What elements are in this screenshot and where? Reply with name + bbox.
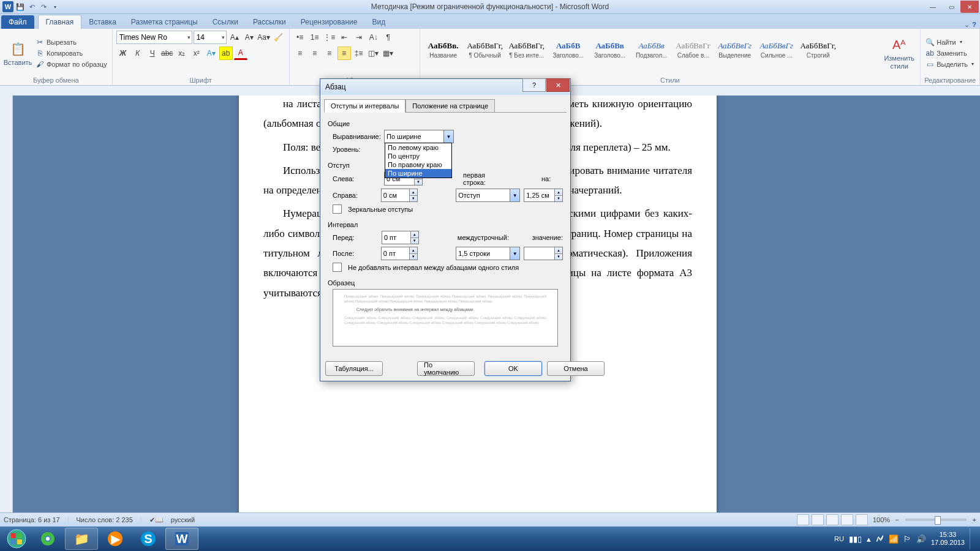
style-item[interactable]: АаБбВвГг,¶ Без инте...: [507, 32, 546, 67]
strike-button[interactable]: abc: [160, 47, 174, 60]
change-styles-button[interactable]: Aᴬ Изменить стили: [882, 31, 916, 75]
tray-volume-icon[interactable]: 🔊: [916, 534, 926, 544]
tab-home[interactable]: Главная: [38, 15, 82, 29]
copy-button[interactable]: ⎘Копировать: [34, 48, 108, 58]
status-language[interactable]: русский: [171, 516, 195, 523]
style-item[interactable]: АаБбВвГгСлабое в...: [674, 32, 713, 67]
zoom-slider[interactable]: [905, 519, 967, 521]
underline-button[interactable]: Ч: [146, 47, 159, 60]
zoom-out-button[interactable]: −: [895, 516, 899, 523]
replace-button[interactable]: abЗаменить: [924, 48, 975, 58]
view-fullscreen[interactable]: [812, 514, 824, 525]
at-spinner[interactable]: ▲▼: [524, 247, 563, 260]
numbering-button[interactable]: 1≡: [308, 31, 322, 44]
view-web[interactable]: [826, 514, 839, 525]
alignment-combo[interactable]: По ширине ▼ По левому краюПо центруПо пр…: [384, 130, 454, 143]
indent-right-spinner[interactable]: 0 см▲▼: [381, 189, 418, 202]
font-color-button[interactable]: A: [234, 47, 247, 60]
help-icon[interactable]: ?: [972, 21, 976, 29]
undo-icon[interactable]: ↶: [27, 2, 37, 12]
increase-indent-button[interactable]: ⇥: [352, 31, 366, 44]
after-spinner[interactable]: 0 пт▲▼: [381, 247, 418, 260]
tray-battery-icon[interactable]: 🗲: [876, 534, 884, 544]
tab-view[interactable]: Вид: [364, 15, 393, 29]
align-left-button[interactable]: ≡: [293, 47, 307, 60]
bullets-button[interactable]: •≡: [293, 31, 307, 44]
minimize-button[interactable]: —: [924, 1, 942, 13]
maximize-button[interactable]: ▭: [942, 1, 960, 13]
status-page[interactable]: Страница: 6 из 17: [4, 516, 60, 523]
alignment-option[interactable]: По центру: [385, 152, 451, 160]
tab-review[interactable]: Рецензирование: [293, 15, 365, 29]
spellcheck-icon[interactable]: ✔📖: [149, 516, 164, 524]
style-item[interactable]: АаБбВвЗаголово...: [590, 32, 630, 67]
paste-button[interactable]: 📋 Вставить: [4, 31, 32, 75]
qat-more-icon[interactable]: ▾: [50, 2, 60, 12]
taskbar-media[interactable]: ▶: [99, 528, 131, 549]
status-words[interactable]: Число слов: 2 235: [76, 516, 132, 523]
dialog-title-bar[interactable]: Абзац ? ✕: [320, 79, 570, 95]
ok-button[interactable]: OK: [484, 361, 542, 376]
tabs-button[interactable]: Табуляция...: [325, 361, 383, 376]
find-button[interactable]: 🔍Найти▾: [924, 37, 975, 47]
style-item[interactable]: АаБбВвГгВыделение: [715, 32, 755, 67]
style-item[interactable]: АаБбВвГг,Строгий: [799, 32, 838, 67]
tab-mailings[interactable]: Рассылки: [246, 15, 293, 29]
vertical-ruler[interactable]: [0, 96, 13, 536]
dialog-close-button[interactable]: ✕: [546, 78, 570, 92]
taskbar-explorer[interactable]: 📁: [65, 528, 98, 550]
align-justify-button[interactable]: ≡: [337, 47, 351, 60]
linespacing-combo[interactable]: 1,5 строки▼: [456, 247, 520, 260]
select-button[interactable]: ▭Выделить▾: [924, 59, 975, 69]
tray-language[interactable]: RU: [834, 535, 844, 542]
zoom-in-button[interactable]: +: [973, 516, 976, 523]
tray-clock[interactable]: 15:33 17.09.2013: [931, 531, 965, 547]
view-outline[interactable]: [841, 514, 853, 525]
superscript-button[interactable]: x²: [190, 47, 203, 60]
style-item[interactable]: АаБбВвПодзагол...: [632, 32, 671, 67]
shading-button[interactable]: ◫▾: [367, 47, 380, 60]
dialog-help-button[interactable]: ?: [522, 78, 546, 92]
clear-format-button[interactable]: 🧹: [272, 31, 285, 44]
style-item[interactable]: АаБбВв.Название: [424, 32, 463, 67]
tray-up-icon[interactable]: ▴: [867, 534, 871, 544]
format-painter-button[interactable]: 🖌Формат по образцу: [34, 59, 108, 69]
ribbon-minimize-icon[interactable]: ⌄: [964, 21, 970, 29]
italic-button[interactable]: К: [131, 47, 145, 60]
subscript-button[interactable]: x₂: [175, 47, 189, 60]
nospace-checkbox[interactable]: [333, 263, 342, 272]
tray-network-icon[interactable]: ▮▮▯: [849, 534, 862, 544]
font-name-combo[interactable]: Times New Ro: [116, 31, 192, 44]
dialog-tab-position[interactable]: Положение на странице: [405, 99, 495, 113]
view-draft[interactable]: [856, 514, 868, 525]
grow-font-button[interactable]: A▴: [228, 31, 241, 44]
alignment-option[interactable]: По ширине: [385, 169, 451, 178]
style-item[interactable]: АаБбВвГг,¶ Обычный: [466, 32, 505, 67]
status-zoom[interactable]: 100%: [873, 516, 890, 523]
alignment-option[interactable]: По левому краю: [385, 143, 451, 152]
borders-button[interactable]: ▦▾: [382, 47, 395, 60]
firstline-combo[interactable]: Отступ▼: [456, 189, 520, 202]
shrink-font-button[interactable]: A▾: [243, 31, 256, 44]
align-right-button[interactable]: ≡: [323, 47, 336, 60]
style-gallery[interactable]: АаБбВв.НазваниеАаБбВвГг,¶ ОбычныйАаБбВвГ…: [424, 31, 880, 71]
mirror-checkbox[interactable]: [333, 204, 342, 214]
cancel-button[interactable]: Отмена: [547, 361, 605, 376]
redo-icon[interactable]: ↷: [39, 2, 48, 12]
close-button[interactable]: ✕: [960, 1, 979, 13]
highlight-button[interactable]: ab: [219, 47, 233, 60]
align-center-button[interactable]: ≡: [308, 47, 322, 60]
line-spacing-button[interactable]: ‡≡: [352, 47, 366, 60]
font-size-combo[interactable]: 14: [194, 31, 227, 44]
default-button[interactable]: По умолчанию: [417, 361, 475, 376]
tab-references[interactable]: Ссылки: [205, 15, 246, 29]
show-desktop-button[interactable]: [970, 528, 975, 549]
tray-flag-icon[interactable]: 🏳: [903, 534, 911, 544]
tab-layout[interactable]: Разметка страницы: [124, 15, 205, 29]
start-button[interactable]: [2, 528, 31, 549]
multilevel-button[interactable]: ⋮≡: [323, 31, 336, 44]
text-effects-button[interactable]: A▾: [205, 47, 218, 60]
cut-button[interactable]: ✂Вырезать: [34, 37, 108, 47]
before-spinner[interactable]: 0 пт▲▼: [382, 231, 419, 244]
sort-button[interactable]: A↓: [367, 31, 380, 44]
